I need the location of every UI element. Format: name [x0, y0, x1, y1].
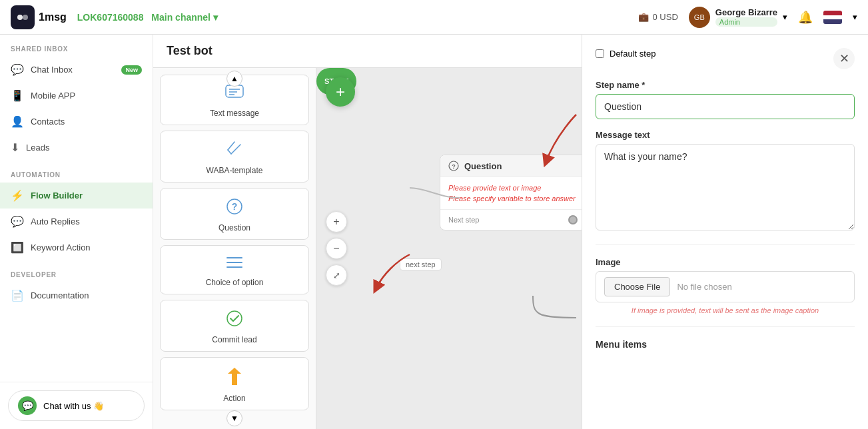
documentation-icon: 📄 — [11, 289, 24, 302]
channel-name: Main channel — [151, 12, 211, 23]
tool-action[interactable]: Action — [160, 357, 309, 410]
step-name-input[interactable] — [596, 94, 855, 119]
svg-line-7 — [228, 150, 231, 154]
shared-inbox-section-label: SHARED INBOX — [0, 35, 153, 57]
channel-selector[interactable]: LOK607160088 Main channel ▾ — [77, 12, 218, 23]
flow-canvas[interactable]: + + − ⤢ S — [316, 68, 582, 429]
question-node-title: Question — [464, 161, 502, 171]
svg-point-14 — [227, 311, 242, 326]
svg-text:?: ? — [232, 201, 238, 212]
toolbox-scroll-down[interactable]: ▼ — [226, 410, 242, 426]
sidebar-item-leads[interactable]: ⬇ Leads — [0, 135, 153, 161]
text-message-label: Text message — [210, 109, 259, 118]
sidebar-item-label: Mobile APP — [31, 91, 75, 101]
sidebar-item-label: Flow Builder — [31, 191, 83, 201]
zoom-fit-button[interactable]: ⤢ — [326, 264, 347, 286]
sidebar-item-flow-builder[interactable]: ⚡ Flow Builder — [0, 183, 153, 209]
choice-option-label: Choice of option — [206, 278, 264, 287]
flag-icon[interactable] — [823, 11, 842, 24]
user-name: George Bizarre — [715, 7, 777, 17]
tool-commit-lead[interactable]: Commit lead — [160, 300, 309, 352]
no-file-text: No file chosen — [677, 282, 731, 292]
canvas-title: Test bot — [167, 44, 213, 57]
question-node[interactable]: ? Question Please provide text or image … — [440, 155, 582, 230]
question-node-body: Please provide text or image Please spec… — [440, 177, 582, 209]
zoom-in-button[interactable]: + — [326, 211, 347, 232]
auto-replies-icon: 💬 — [11, 215, 24, 228]
sidebar-bottom: 💬 Chat with us 👋 — [0, 382, 153, 429]
canvas-header: Test bot — [153, 35, 582, 68]
content-area: Test bot ▲ — [153, 35, 868, 429]
sidebar-item-documentation[interactable]: 📄 Documentation — [0, 282, 153, 308]
svg-rect-2 — [226, 85, 243, 97]
chat-with-us-button[interactable]: 💬 Chat with us 👋 — [8, 390, 145, 421]
developer-section-label: DEVELOPER — [0, 260, 153, 282]
bell-icon[interactable]: 🔔 — [798, 10, 813, 25]
chat-bubble-icon: 💬 — [18, 396, 37, 415]
waba-template-label: WABA-template — [207, 166, 263, 175]
automation-section-label: AUTOMATION — [0, 161, 153, 183]
section-divider-1 — [596, 244, 855, 245]
image-label: Image — [596, 257, 855, 267]
user-info[interactable]: GB George Bizarre Admin ▾ — [689, 7, 787, 28]
message-text-group: Message text What is your name? — [596, 130, 855, 232]
add-node-button[interactable]: + — [326, 77, 355, 107]
tool-choice-option[interactable]: Choice of option — [160, 245, 309, 294]
user-chevron-icon: ▾ — [783, 12, 787, 22]
chat-with-us-label: Chat with us 👋 — [43, 401, 104, 411]
topbar-right: 💼 0 USD GB George Bizarre Admin ▾ 🔔 ▾ — [638, 7, 858, 28]
user-details: George Bizarre Admin — [715, 7, 777, 27]
close-panel-button[interactable]: ✕ — [833, 48, 855, 69]
error-text-2: Please specify variable to store answer — [448, 195, 578, 203]
zoom-out-button[interactable]: − — [326, 238, 347, 259]
right-panel: Default step ✕ Step name * Message text … — [582, 35, 868, 429]
keyword-action-icon: 🔲 — [11, 241, 24, 254]
sidebar-item-mobile-app[interactable]: 📱 Mobile APP — [0, 83, 153, 109]
new-badge: New — [121, 65, 142, 75]
action-icon — [226, 367, 242, 390]
question-label: Question — [218, 223, 250, 232]
chat-inbox-icon: 💬 — [11, 63, 24, 76]
choose-file-button[interactable]: Choose File — [604, 277, 670, 296]
wallet-display: 💼 0 USD — [638, 12, 678, 22]
section-divider-2 — [596, 326, 855, 327]
sidebar-item-label: Documentation — [31, 290, 89, 300]
canvas-body: ▲ Text message — [153, 68, 582, 429]
flag-chevron-icon: ▾ — [853, 12, 857, 22]
svg-line-6 — [228, 142, 234, 150]
message-text-label: Message text — [596, 130, 855, 140]
tool-waba-template[interactable]: WABA-template — [160, 131, 309, 183]
flow-builder-icon: ⚡ — [11, 189, 24, 202]
mobile-app-icon: 📱 — [11, 89, 24, 102]
zoom-controls: + − ⤢ — [326, 211, 347, 286]
caption-hint: If image is provided, text will be sent … — [596, 306, 855, 314]
sidebar-item-label: Auto Replies — [31, 216, 80, 226]
text-message-icon — [225, 85, 244, 105]
sidebar-item-contacts[interactable]: 👤 Contacts — [0, 109, 153, 135]
choice-option-icon — [226, 255, 243, 274]
toolbox-scroll-up[interactable]: ▲ — [226, 71, 242, 87]
svg-point-1 — [23, 15, 28, 20]
leads-icon: ⬇ — [11, 141, 19, 154]
logo-text: 1msg — [39, 11, 67, 23]
file-input-row: Choose File No file chosen — [596, 271, 855, 302]
sidebar-item-keyword-action[interactable]: 🔲 Keyword Action — [0, 234, 153, 260]
question-icon: ? — [226, 198, 243, 219]
default-step-label: Default step — [610, 49, 655, 59]
sidebar-item-auto-replies[interactable]: 💬 Auto Replies — [0, 209, 153, 234]
sidebar-item-label: Leads — [26, 143, 49, 153]
wallet-amount: 0 USD — [653, 12, 678, 22]
svg-marker-15 — [228, 368, 241, 385]
next-step-connector[interactable] — [568, 215, 578, 224]
logo: 1msg — [11, 5, 67, 29]
tool-question[interactable]: ? Question — [160, 188, 309, 240]
default-step-checkbox[interactable] — [596, 49, 604, 58]
panel-header: Default step ✕ — [596, 48, 855, 69]
chevron-down-icon: ▾ — [213, 12, 218, 23]
default-step-row: Default step — [596, 49, 655, 59]
user-role: Admin — [715, 17, 777, 27]
sidebar-item-label: Keyword Action — [31, 242, 91, 252]
menu-items-title: Menu items — [596, 339, 855, 350]
message-text-textarea[interactable]: What is your name? — [596, 144, 855, 230]
sidebar-item-chat-inbox[interactable]: 💬 Chat Inbox New — [0, 57, 153, 83]
